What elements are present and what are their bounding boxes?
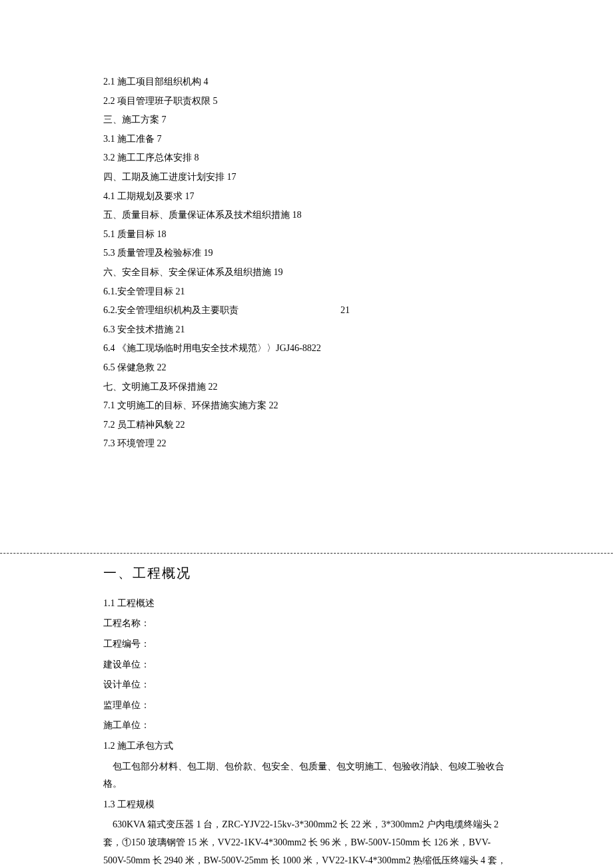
toc-item: 五、质量目标、质量保证体系及技术组织措施 18 bbox=[103, 207, 510, 224]
toc-item: 三、施工方案 7 bbox=[103, 111, 510, 129]
section-1-heading: 一、工程概况 bbox=[103, 560, 510, 586]
toc-item: 6.5 保健急救 22 bbox=[103, 359, 510, 377]
toc-item: 3.2 施工工序总体安排 8 bbox=[103, 149, 510, 167]
subsection-1-3-body: 630KVA 箱式变压器 1 台，ZRC-YJV22-15kv-3*300mm2… bbox=[103, 816, 510, 868]
toc-text: 6.2.安全管理组织机构及主要职责 bbox=[103, 302, 239, 320]
field-construction-unit: 建设单位： bbox=[103, 656, 510, 674]
toc-item: 七、文明施工及环保措施 22 bbox=[103, 378, 510, 396]
toc-item: 5.3 质量管理及检验标准 19 bbox=[103, 244, 510, 262]
toc-item: 6.4 《施工现场临时用电安全技术规范〉〉JGJ46-8822 bbox=[103, 340, 510, 358]
subsection-1-2-body: 包工包部分材料、包工期、包价款、包安全、包质量、包文明施工、包验收消缺、包竣工验… bbox=[103, 758, 510, 793]
toc-item: 7.3 环境管理 22 bbox=[103, 435, 510, 453]
toc-item: 4.1 工期规划及要求 17 bbox=[103, 188, 510, 206]
field-design-unit: 设计单位： bbox=[103, 676, 510, 694]
toc-page: 21 bbox=[340, 302, 350, 320]
field-project-name: 工程名称： bbox=[103, 615, 510, 633]
subsection-1-1-title: 1.1 工程概述 bbox=[103, 595, 510, 613]
toc-item: 7.1 文明施工的目标、环保措施实施方案 22 bbox=[103, 397, 510, 415]
toc-list: 2.1 施工项目部组织机构 4 2.2 项目管理班子职责权限 5 三、施工方案 … bbox=[103, 73, 510, 453]
toc-item: 3.1 施工准备 7 bbox=[103, 131, 510, 149]
toc-item: 6.1.安全管理目标 21 bbox=[103, 283, 510, 301]
field-contractor-unit: 施工单位： bbox=[103, 717, 510, 735]
toc-item: 7.2 员工精神风貌 22 bbox=[103, 416, 510, 434]
toc-item: 6.3 安全技术措施 21 bbox=[103, 321, 510, 339]
toc-item: 2.2 项目管理班子职责权限 5 bbox=[103, 93, 510, 111]
field-supervision-unit: 监理单位： bbox=[103, 697, 510, 715]
toc-item: 5.1 质量目标 18 bbox=[103, 226, 510, 244]
field-project-number: 工程编号： bbox=[103, 636, 510, 653]
subsection-1-3-title: 1.3 工程规模 bbox=[103, 796, 510, 814]
subsection-1-2-title: 1.2 施工承包方式 bbox=[103, 737, 510, 755]
toc-item: 四、工期及施工进度计划安排 17 bbox=[103, 169, 510, 187]
toc-item: 6.2.安全管理组织机构及主要职责 21 bbox=[103, 302, 510, 320]
toc-item: 2.1 施工项目部组织机构 4 bbox=[103, 73, 510, 91]
page-divider bbox=[0, 553, 613, 554]
toc-item: 六、安全目标、安全保证体系及组织措施 19 bbox=[103, 264, 510, 282]
